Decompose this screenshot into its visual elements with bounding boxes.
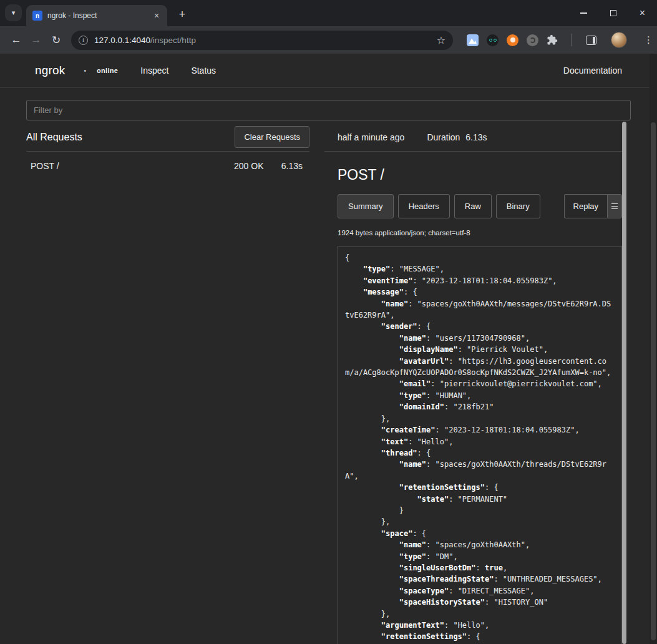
tab-summary[interactable]: Summary bbox=[338, 194, 394, 218]
request-meta-row: half a minute ago Duration 6.13s bbox=[324, 123, 622, 152]
reload-icon: ↻ bbox=[52, 34, 61, 47]
arc-icon bbox=[530, 37, 535, 43]
request-method-path: POST / bbox=[31, 161, 234, 171]
hamburger-icon-3 bbox=[611, 208, 618, 210]
browser-tab[interactable]: n ngrok - Inspect × bbox=[26, 5, 167, 26]
requests-panel-header: All Requests Clear Requests bbox=[26, 123, 309, 152]
duration-value: 6.13s bbox=[465, 132, 487, 142]
forward-button[interactable]: → bbox=[26, 30, 46, 50]
extension-orange-icon[interactable] bbox=[507, 34, 518, 46]
nav-inspect-link[interactable]: Inspect bbox=[140, 66, 168, 76]
dot-icon bbox=[510, 37, 515, 42]
side-panel-fill bbox=[593, 37, 595, 44]
status-dot-icon: • bbox=[84, 67, 87, 74]
requests-panel-title: All Requests bbox=[26, 132, 82, 143]
url-path: /inspect/http bbox=[150, 36, 196, 45]
browser-menu-button[interactable]: ⋮ bbox=[639, 34, 657, 46]
hamburger-icon-2 bbox=[611, 206, 618, 207]
forward-icon: → bbox=[31, 34, 42, 46]
request-duration-group: Duration 6.13s bbox=[427, 132, 487, 142]
minimize-icon bbox=[580, 12, 587, 14]
extensions-puzzle-icon[interactable] bbox=[547, 34, 558, 46]
request-detail-panel: half a minute ago Duration 6.13s POST / … bbox=[324, 123, 622, 644]
lens-right-icon bbox=[494, 39, 497, 42]
site-info-icon[interactable]: i bbox=[79, 36, 88, 45]
hamburger-icon bbox=[611, 203, 618, 205]
request-status: 200 OK bbox=[234, 161, 280, 171]
tab-title: ngrok - Inspect bbox=[47, 11, 146, 20]
filter-row bbox=[0, 88, 657, 120]
ngrok-logo[interactable]: ngrok bbox=[35, 64, 66, 77]
extension-photos-icon[interactable] bbox=[467, 34, 479, 46]
page-scrollbar-track[interactable] bbox=[650, 54, 657, 644]
nav-status-link[interactable]: Status bbox=[191, 66, 216, 76]
documentation-link[interactable]: Documentation bbox=[563, 66, 622, 76]
tab-raw[interactable]: Raw bbox=[454, 194, 492, 218]
profile-avatar[interactable] bbox=[611, 32, 627, 48]
ngrok-header: ngrok • online Inspect Status Documentat… bbox=[0, 54, 657, 88]
new-tab-button[interactable]: + bbox=[175, 8, 190, 21]
detail-tabs-row: Summary Headers Raw Binary Replay bbox=[338, 194, 622, 218]
ngrok-favicon-icon: n bbox=[32, 11, 42, 21]
browser-titlebar: ▾ n ngrok - Inspect × + × bbox=[0, 0, 657, 26]
lens-left-icon bbox=[489, 39, 492, 42]
close-icon: × bbox=[640, 8, 645, 18]
maximize-icon bbox=[610, 10, 616, 16]
ngrok-inspect-page: ngrok • online Inspect Status Documentat… bbox=[0, 54, 657, 644]
request-time-ago: half a minute ago bbox=[338, 132, 404, 142]
extension-swirl-icon[interactable] bbox=[527, 34, 538, 46]
filter-input[interactable] bbox=[26, 100, 631, 120]
replay-button-group: Replay bbox=[564, 194, 622, 218]
page-scrollbar-thumb[interactable] bbox=[651, 122, 656, 640]
request-detail-title: POST / bbox=[338, 167, 622, 183]
tab-headers[interactable]: Headers bbox=[398, 194, 450, 218]
tab-binary[interactable]: Binary bbox=[496, 194, 540, 218]
tab-close-icon[interactable]: × bbox=[151, 10, 162, 21]
request-duration: 6.13s bbox=[281, 161, 303, 171]
toolbar-divider bbox=[571, 34, 572, 46]
detail-pane-scrollbar[interactable] bbox=[622, 122, 626, 644]
window-minimize-button[interactable] bbox=[569, 0, 598, 26]
tunnel-status-badge: online bbox=[97, 67, 118, 74]
extensions-area: ⋮ bbox=[467, 32, 657, 48]
back-icon: ← bbox=[11, 34, 22, 46]
browser-toolbar: ← → ↻ i 127.0.0.1:4040/inspect/http ☆ ⋮ bbox=[0, 26, 657, 54]
requests-panel: All Requests Clear Requests POST / 200 O… bbox=[26, 123, 309, 180]
url-text: 127.0.0.1:4040/inspect/http bbox=[94, 36, 431, 45]
inspector-content: All Requests Clear Requests POST / 200 O… bbox=[0, 120, 657, 644]
clear-requests-button[interactable]: Clear Requests bbox=[235, 126, 309, 148]
replay-options-button[interactable] bbox=[607, 194, 622, 218]
chevron-down-icon: ▾ bbox=[12, 9, 16, 17]
window-maximize-button[interactable] bbox=[598, 0, 628, 26]
content-type-summary: 1924 bytes application/json; charset=utf… bbox=[338, 229, 622, 237]
side-panel-icon[interactable] bbox=[586, 36, 596, 45]
tab-search-button[interactable]: ▾ bbox=[5, 4, 22, 21]
address-bar[interactable]: i 127.0.0.1:4040/inspect/http ☆ bbox=[71, 31, 453, 50]
request-list-item[interactable]: POST / 200 OK 6.13s bbox=[26, 152, 309, 180]
duration-label: Duration bbox=[427, 132, 460, 142]
window-close-button[interactable]: × bbox=[628, 0, 657, 26]
url-host: 127.0.0.1:4040 bbox=[94, 36, 150, 45]
bookmark-star-icon[interactable]: ☆ bbox=[437, 34, 445, 46]
replay-button[interactable]: Replay bbox=[564, 194, 607, 218]
mountain-icon bbox=[469, 39, 477, 44]
window-controls: × bbox=[569, 0, 657, 26]
reload-button[interactable]: ↻ bbox=[46, 30, 66, 50]
puzzle-svg bbox=[547, 34, 558, 46]
extension-binoculars-icon[interactable] bbox=[487, 34, 499, 46]
response-body-json: { "type": "MESSAGE", "eventTime": "2023-… bbox=[338, 246, 622, 644]
back-button[interactable]: ← bbox=[6, 30, 26, 50]
